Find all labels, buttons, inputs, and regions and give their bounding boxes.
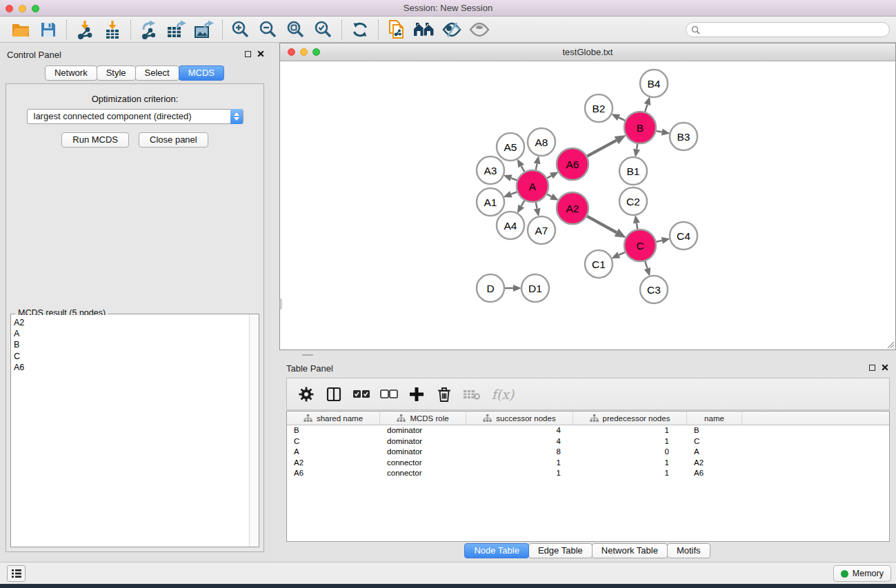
column-header-shared-name[interactable]: shared name — [287, 412, 380, 425]
tab-motifs[interactable]: Motifs — [667, 543, 710, 558]
resize-grip-icon[interactable] — [886, 340, 895, 349]
zoom-out-icon[interactable] — [255, 19, 282, 41]
export-table-icon[interactable] — [163, 19, 190, 41]
tab-edge-table[interactable]: Edge Table — [528, 543, 593, 558]
table-row[interactable]: Adominator80A — [287, 447, 889, 458]
hide-selected-icon[interactable] — [438, 19, 466, 41]
close-panel-button[interactable]: Close panel — [139, 132, 208, 148]
edge-A-A3[interactable] — [511, 178, 517, 180]
edge-C-C4[interactable] — [656, 241, 661, 242]
edge-A-A5[interactable] — [521, 166, 525, 172]
edge-C-C3[interactable] — [645, 261, 647, 269]
table-row[interactable]: Bdominator41B — [287, 425, 889, 436]
table-row[interactable]: Cdominator41C — [287, 436, 889, 447]
node-A6[interactable]: A6 — [557, 148, 588, 180]
node-C4[interactable]: C4 — [670, 222, 697, 250]
node-C3[interactable]: C3 — [640, 276, 668, 303]
deselect-all-columns-icon[interactable] — [377, 382, 401, 407]
import-network-icon[interactable] — [71, 19, 99, 41]
close-panel-icon[interactable] — [257, 50, 264, 57]
mcds-result-scrollbar[interactable] — [249, 314, 259, 547]
close-table-panel-icon[interactable] — [882, 364, 888, 371]
mcds-result-item[interactable]: C — [14, 351, 249, 362]
create-column-plus-icon[interactable] — [404, 382, 429, 407]
edge-B-B3[interactable] — [657, 131, 662, 132]
edge-A-A2[interactable] — [547, 194, 551, 197]
node-A3[interactable]: A3 — [477, 156, 504, 184]
edge-A-A1[interactable] — [511, 192, 517, 194]
node-A8[interactable]: A8 — [528, 128, 555, 156]
tab-network-table[interactable]: Network Table — [592, 543, 668, 558]
column-header-name[interactable]: name — [687, 412, 742, 425]
table-settings-gear-icon[interactable] — [294, 382, 319, 407]
task-history-button[interactable] — [7, 565, 26, 582]
node-D[interactable]: D — [477, 274, 504, 302]
node-A2[interactable]: A2 — [557, 192, 588, 224]
show-all-networks-icon[interactable] — [410, 19, 438, 41]
mcds-result-item[interactable]: A — [14, 328, 249, 339]
run-mcds-button[interactable]: Run MCDS — [61, 132, 129, 148]
network-canvas[interactable]: B4B2BB3A8A5A6B1A3AA1C2A2A4A7C4CC1C3DD1 — [280, 61, 895, 349]
node-B3[interactable]: B3 — [670, 123, 697, 150]
vertical-splitter-handle[interactable] — [279, 298, 282, 310]
show-column-icon[interactable] — [321, 382, 346, 407]
save-session-icon[interactable] — [34, 19, 62, 41]
refresh-icon[interactable] — [346, 19, 374, 41]
table-row[interactable]: A2connector11A2 — [287, 458, 889, 469]
tab-network[interactable]: Network — [45, 65, 97, 81]
node-A4[interactable]: A4 — [497, 212, 524, 239]
column-header-predecessor-nodes[interactable]: predecessor nodes — [573, 412, 687, 425]
column-header-MCDS-role[interactable]: MCDS role — [380, 412, 466, 425]
node-C[interactable]: C — [624, 230, 656, 261]
mcds-result-item[interactable]: A2 — [14, 317, 249, 328]
select-all-columns-icon[interactable] — [349, 382, 374, 407]
delete-column-trash-icon[interactable] — [432, 382, 457, 407]
tab-style[interactable]: Style — [97, 65, 136, 81]
node-A5[interactable]: A5 — [497, 133, 524, 161]
float-panel-icon[interactable] — [245, 51, 251, 57]
edge-A-A7[interactable] — [536, 203, 537, 209]
node-C2[interactable]: C2 — [619, 187, 647, 215]
tab-mcds[interactable]: MCDS — [179, 65, 224, 81]
edge-B-B4[interactable] — [645, 105, 647, 112]
edge-B-B2[interactable] — [619, 118, 625, 121]
mcds-result-item[interactable]: A6 — [14, 362, 249, 373]
table-row[interactable]: A6connector11A6 — [287, 468, 889, 479]
node-C1[interactable]: C1 — [585, 250, 613, 278]
import-table-icon[interactable] — [99, 19, 126, 41]
node-A[interactable]: A — [517, 170, 548, 202]
column-header-successor-nodes[interactable]: successor nodes — [466, 412, 573, 425]
node-A7[interactable]: A7 — [528, 216, 555, 244]
export-image-icon[interactable] — [190, 19, 218, 41]
horizontal-splitter-handle[interactable] — [302, 354, 313, 357]
criterion-dropdown[interactable]: largest connected component (directed) — [27, 109, 243, 124]
edge-A2-C[interactable] — [587, 216, 617, 233]
zoom-selected-icon[interactable] — [310, 19, 337, 41]
export-network-icon[interactable] — [135, 19, 163, 41]
zoom-in-icon[interactable] — [227, 19, 255, 41]
edge-C-C1[interactable] — [619, 252, 625, 255]
edge-A-A8[interactable] — [536, 163, 537, 170]
search-input[interactable] — [700, 23, 889, 36]
edge-B-B1[interactable] — [637, 144, 637, 150]
node-B[interactable]: B — [624, 112, 656, 143]
open-recent-session-icon[interactable] — [383, 19, 410, 41]
tab-select[interactable]: Select — [135, 65, 179, 81]
mcds-result-item[interactable]: B — [14, 339, 249, 350]
network-window-titlebar[interactable]: testGlobe.txt — [280, 43, 895, 61]
node-B2[interactable]: B2 — [585, 94, 613, 122]
open-session-icon[interactable] — [7, 19, 34, 41]
tab-node-table[interactable]: Node Table — [464, 543, 529, 558]
edge-A6-B[interactable] — [587, 141, 617, 156]
zoom-fit-icon[interactable] — [282, 19, 310, 41]
edge-C-C2[interactable] — [637, 223, 637, 230]
node-A1[interactable]: A1 — [477, 188, 504, 216]
memory-button[interactable]: Memory — [833, 565, 891, 582]
node-B4[interactable]: B4 — [640, 70, 668, 97]
edge-A-A4[interactable] — [521, 201, 525, 206]
edge-A-A6[interactable] — [547, 176, 551, 179]
node-B1[interactable]: B1 — [619, 157, 647, 185]
show-selected-icon[interactable] — [466, 19, 493, 41]
float-table-panel-icon[interactable] — [869, 365, 875, 371]
node-D1[interactable]: D1 — [521, 274, 549, 302]
